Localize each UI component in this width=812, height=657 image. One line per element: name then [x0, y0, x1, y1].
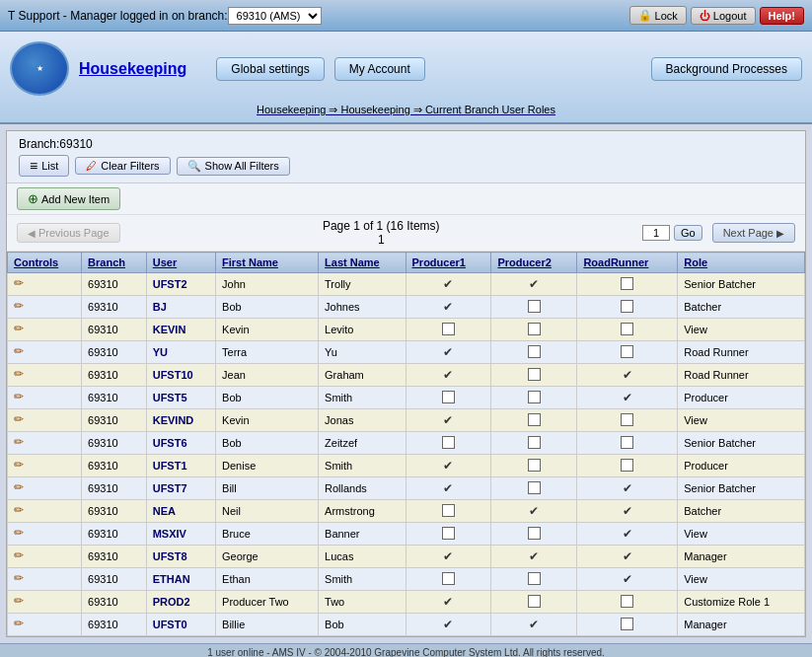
checkbox-checked	[529, 505, 539, 517]
row-controls	[8, 319, 82, 341]
checkbox-unchecked	[442, 436, 455, 449]
row-user: UFST10	[146, 364, 215, 387]
edit-icon[interactable]	[14, 458, 30, 474]
edit-icon[interactable]	[14, 390, 30, 405]
row-last-name: Smith	[319, 455, 406, 477]
column-header-controls[interactable]: Controls	[8, 253, 82, 273]
row-last-name: Armstrong	[319, 500, 406, 523]
table-row: 69310YUTerraYuRoad Runner	[8, 341, 805, 364]
row-role: View	[678, 409, 805, 432]
global-settings-button[interactable]: Global settings	[216, 57, 324, 81]
edit-icon[interactable]	[14, 367, 30, 383]
row-user: UFST6	[146, 432, 215, 455]
row-role: View	[678, 568, 805, 591]
pagination: Previous Page Page 1 of 1 (16 Items) 1 G…	[7, 215, 805, 252]
row-user: YU	[146, 341, 215, 364]
logo: ★	[10, 41, 69, 96]
row-producer1	[406, 546, 491, 568]
row-roadrunner	[577, 591, 678, 614]
next-page-button[interactable]: Next Page	[712, 223, 795, 243]
column-header-branch[interactable]: Branch	[82, 253, 147, 273]
show-all-filters-button[interactable]: Show All Filters	[177, 157, 290, 176]
edit-icon[interactable]	[14, 344, 30, 360]
checkbox-checked	[623, 550, 632, 562]
row-first-name: Neil	[216, 500, 319, 523]
row-user: ETHAN	[146, 568, 215, 591]
column-header-last-name[interactable]: Last Name	[319, 253, 406, 273]
checkbox-unchecked	[621, 595, 633, 608]
checkbox-checked	[623, 505, 632, 517]
row-user: NEA	[146, 500, 215, 523]
page-input[interactable]	[642, 225, 670, 241]
edit-icon[interactable]	[14, 503, 30, 519]
row-roadrunner	[577, 477, 678, 500]
row-controls	[8, 591, 82, 614]
page-info: Page 1 of 1 (16 Items) 1	[120, 219, 642, 247]
column-header-producer1[interactable]: Producer1	[406, 253, 491, 273]
list-button[interactable]: List	[19, 155, 69, 177]
lock-button[interactable]: Lock	[629, 6, 687, 25]
edit-icon[interactable]	[14, 299, 30, 315]
edit-icon[interactable]	[14, 526, 30, 542]
help-button[interactable]: Help!	[760, 7, 805, 25]
column-header-user[interactable]: User	[146, 253, 215, 273]
row-first-name: Ethan	[216, 568, 319, 591]
row-controls	[8, 387, 82, 409]
table-row: 69310UFST8GeorgeLucasManager	[8, 546, 805, 568]
row-producer1	[406, 455, 491, 477]
row-user: UFST7	[146, 477, 215, 500]
row-branch: 69310	[82, 319, 147, 341]
add-new-item-button[interactable]: Add New Item	[17, 187, 120, 210]
edit-icon[interactable]	[14, 322, 30, 337]
clear-filters-button[interactable]: Clear Filters	[75, 157, 170, 175]
prev-page-button[interactable]: Previous Page	[17, 223, 120, 243]
row-producer1	[406, 591, 491, 614]
edit-icon[interactable]	[14, 594, 30, 610]
checkbox-unchecked	[528, 527, 541, 540]
checkbox-unchecked	[621, 323, 633, 335]
column-header-roadrunner[interactable]: RoadRunner	[577, 253, 678, 273]
housekeeping-title[interactable]: Housekeeping	[79, 60, 186, 78]
topbar-right: Lock Logout Help!	[629, 6, 804, 25]
checkbox-unchecked	[528, 481, 541, 494]
branch-select[interactable]: 69310 (AMS)	[228, 7, 322, 25]
row-controls	[8, 500, 82, 523]
row-roadrunner	[577, 432, 678, 455]
clear-icon	[86, 160, 97, 172]
table-row: 69310UFST7BillRollandsSenior Batcher	[8, 477, 805, 500]
row-controls	[8, 432, 82, 455]
row-branch: 69310	[82, 614, 147, 636]
row-producer1	[406, 614, 491, 636]
edit-icon[interactable]	[14, 480, 30, 496]
checkbox-checked	[443, 346, 453, 358]
table-row: 69310KEVINKevinLevitoView	[8, 319, 805, 341]
lock-icon	[638, 9, 652, 22]
go-button[interactable]: Go	[674, 225, 702, 241]
checkbox-checked	[443, 482, 453, 494]
column-header-role[interactable]: Role	[678, 253, 805, 273]
row-controls	[8, 546, 82, 568]
edit-icon[interactable]	[14, 276, 30, 292]
logout-button[interactable]: Logout	[691, 7, 756, 25]
row-controls	[8, 477, 82, 500]
row-producer2	[491, 455, 577, 477]
column-header-first-name[interactable]: First Name	[216, 253, 319, 273]
my-account-button[interactable]: My Account	[334, 57, 425, 81]
filter-icon	[187, 160, 201, 173]
column-header-producer2[interactable]: Producer2	[491, 253, 577, 273]
checkbox-checked	[443, 596, 453, 608]
edit-icon[interactable]	[14, 412, 30, 428]
data-table: ControlsBranchUserFirst NameLast NamePro…	[7, 252, 805, 636]
background-processes-button[interactable]: Background Processes	[651, 57, 802, 81]
row-last-name: Yu	[319, 341, 406, 364]
edit-icon[interactable]	[14, 617, 30, 632]
row-branch: 69310	[82, 341, 147, 364]
edit-icon[interactable]	[14, 435, 30, 451]
page-goto: Go	[642, 225, 702, 241]
edit-icon[interactable]	[14, 571, 30, 587]
row-last-name: Lucas	[319, 546, 406, 568]
checkbox-unchecked	[528, 572, 541, 585]
row-branch: 69310	[82, 546, 147, 568]
edit-icon[interactable]	[14, 548, 30, 564]
row-role: Senior Batcher	[678, 432, 805, 455]
